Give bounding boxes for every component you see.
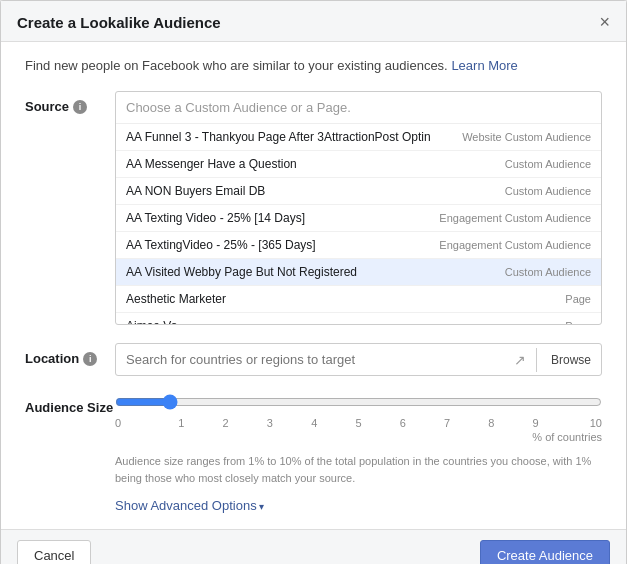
source-control: Choose a Custom Audience or a Page. AA F…	[115, 91, 602, 325]
source-item-type: Engagement Custom Audience	[439, 212, 591, 224]
learn-more-link[interactable]: Learn More	[451, 58, 517, 73]
slider-label-2: 2	[204, 417, 248, 429]
location-divider	[536, 348, 537, 372]
modal-footer: Cancel Create Audience	[1, 529, 626, 564]
source-placeholder[interactable]: Choose a Custom Audience or a Page.	[116, 92, 601, 124]
slider-label-7: 7	[425, 417, 469, 429]
location-row: Location i ↗ Browse	[25, 343, 602, 376]
create-audience-button[interactable]: Create Audience	[480, 540, 610, 564]
audience-note: Audience size ranges from 1% to 10% of t…	[115, 453, 602, 486]
location-info-icon: i	[83, 352, 97, 366]
source-label-wrap: Source i	[25, 91, 115, 114]
close-button[interactable]: ×	[599, 13, 610, 31]
location-input[interactable]	[116, 344, 508, 375]
source-list-item[interactable]: AA Messenger Have a QuestionCustom Audie…	[116, 151, 601, 178]
slider-label-0: 0	[115, 417, 159, 429]
location-input-wrap: ↗ Browse	[115, 343, 602, 376]
slider-label-5: 5	[336, 417, 380, 429]
slider-label-4: 4	[292, 417, 336, 429]
cancel-button[interactable]: Cancel	[17, 540, 91, 564]
source-item-type: Page	[565, 293, 591, 305]
source-item-type: Custom Audience	[505, 158, 591, 170]
audience-size-label: Audience Size	[25, 400, 113, 415]
source-item-type: Custom Audience	[505, 185, 591, 197]
browse-button[interactable]: Browse	[541, 347, 601, 373]
slider-container	[115, 394, 602, 413]
location-label-wrap: Location i	[25, 343, 115, 366]
source-item-name: AA TextingVideo - 25% - [365 Days]	[126, 238, 429, 252]
slider-label-8: 8	[469, 417, 513, 429]
location-label: Location	[25, 351, 79, 366]
slider-label-6: 6	[381, 417, 425, 429]
source-item-name: Aesthetic Marketer	[126, 292, 555, 306]
modal-title: Create a Lookalike Audience	[17, 14, 221, 31]
source-item-name: AA Funnel 3 - Thankyou Page After 3Attra…	[126, 130, 452, 144]
source-info-icon: i	[73, 100, 87, 114]
source-item-type: Page	[565, 320, 591, 324]
source-item-type: Website Custom Audience	[462, 131, 591, 143]
source-list-item[interactable]: AA Visited Webby Page But Not Registered…	[116, 259, 601, 286]
location-control: ↗ Browse	[115, 343, 602, 376]
source-list-item[interactable]: Aesthetic MarketerPage	[116, 286, 601, 313]
audience-size-row: Audience Size 0 1 2 3 4 5 6 7 8 9 10	[25, 394, 602, 443]
source-list-item[interactable]: AA Funnel 3 - Thankyou Page After 3Attra…	[116, 124, 601, 151]
location-arrow-icon: ↗	[508, 352, 532, 368]
source-label: Source	[25, 99, 69, 114]
source-item-name: Aimee Vo	[126, 319, 555, 324]
source-item-type: Engagement Custom Audience	[439, 239, 591, 251]
modal-header: Create a Lookalike Audience ×	[1, 1, 626, 42]
slider-label-10: 10	[558, 417, 602, 429]
source-row: Source i Choose a Custom Audience or a P…	[25, 91, 602, 325]
source-list-item[interactable]: Aimee VoPage	[116, 313, 601, 324]
source-list: AA Funnel 3 - Thankyou Page After 3Attra…	[116, 124, 601, 324]
source-list-item[interactable]: AA NON Buyers Email DBCustom Audience	[116, 178, 601, 205]
source-list-item[interactable]: AA TextingVideo - 25% - [365 Days]Engage…	[116, 232, 601, 259]
source-item-name: AA Visited Webby Page But Not Registered	[126, 265, 495, 279]
source-list-item[interactable]: AA Texting Video - 25% [14 Days]Engageme…	[116, 205, 601, 232]
source-item-name: AA Messenger Have a Question	[126, 157, 495, 171]
slider-label-1: 1	[159, 417, 203, 429]
audience-size-slider[interactable]	[115, 394, 602, 410]
source-dropdown[interactable]: Choose a Custom Audience or a Page. AA F…	[115, 91, 602, 325]
modal-body: Find new people on Facebook who are simi…	[1, 42, 626, 529]
source-item-name: AA NON Buyers Email DB	[126, 184, 495, 198]
slider-labels: 0 1 2 3 4 5 6 7 8 9 10	[115, 417, 602, 429]
slider-wrap: 0 1 2 3 4 5 6 7 8 9 10 % of countries	[115, 394, 602, 443]
source-item-name: AA Texting Video - 25% [14 Days]	[126, 211, 429, 225]
slider-label-3: 3	[248, 417, 292, 429]
create-lookalike-modal: Create a Lookalike Audience × Find new p…	[0, 0, 627, 564]
source-item-type: Custom Audience	[505, 266, 591, 278]
intro-text: Find new people on Facebook who are simi…	[25, 58, 602, 73]
slider-suffix: % of countries	[115, 431, 602, 443]
advanced-options-link[interactable]: Show Advanced Options	[115, 498, 264, 513]
slider-label-9: 9	[513, 417, 557, 429]
audience-size-label-wrap: Audience Size	[25, 394, 115, 417]
